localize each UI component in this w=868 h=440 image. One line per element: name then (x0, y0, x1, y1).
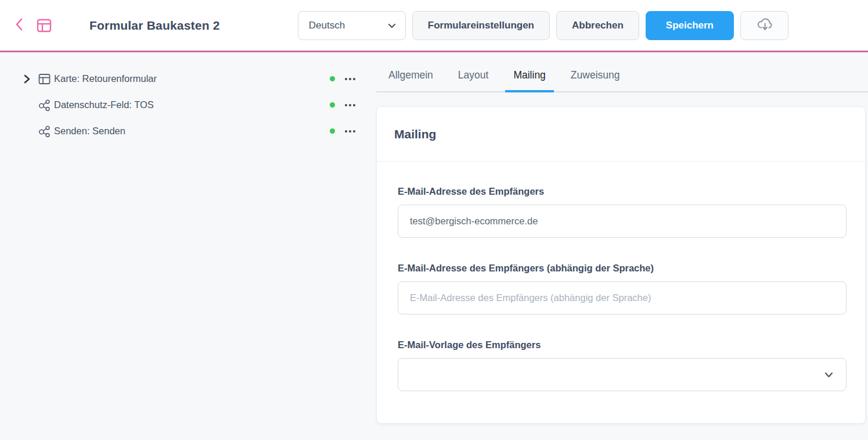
tree-item-datenschutz-feld-tos[interactable]: Datenschutz-Feld: TOS (23, 92, 355, 118)
card-body: E-Mail-Adresse des Empfängers E-Mail-Adr… (377, 162, 865, 391)
element-tree: Karte: Retourenformular Datenschutz-Feld… (23, 66, 355, 144)
tab-mailing[interactable]: Mailing (505, 60, 553, 92)
more-options-button[interactable] (345, 130, 355, 133)
settings-panel: Allgemein Layout Mailing Zuweisung Maili… (376, 52, 868, 424)
language-select-value: Deutsch (309, 20, 388, 31)
tab-zuweisung[interactable]: Zuweisung (563, 60, 628, 92)
page-title: Formular Baukasten 2 (89, 19, 220, 33)
recipient-email-language-input[interactable] (398, 281, 847, 314)
tree-item-label: Datenschutz-Feld: TOS (54, 99, 330, 110)
language-select[interactable]: Deutsch (298, 11, 406, 40)
field-recipient-email-language: E-Mail-Adresse des Empfängers (abhängig … (398, 263, 847, 314)
content: Karte: Retourenformular Datenschutz-Feld… (0, 52, 868, 440)
recipient-template-select[interactable] (398, 358, 847, 391)
field-label: E-Mail-Adresse des Empfängers (abhängig … (398, 263, 847, 274)
status-dot (330, 102, 335, 108)
chevron-left-icon (14, 17, 24, 34)
chevron-down-icon (388, 20, 396, 31)
share-nodes-icon (38, 99, 54, 112)
more-options-button[interactable] (345, 104, 355, 106)
mailing-card: Mailing E-Mail-Adresse des Empfängers E-… (376, 106, 866, 424)
field-label: E-Mail-Vorlage des Empfängers (398, 339, 847, 350)
chevron-right-icon[interactable] (23, 74, 38, 84)
more-options-button[interactable] (345, 78, 355, 80)
tree-item-label: Senden: Senden (54, 126, 330, 137)
recipient-email-input[interactable] (398, 205, 847, 238)
chevron-down-icon (824, 369, 833, 380)
header-actions: Deutsch Formulareinstellungen Abbrechen … (298, 11, 788, 40)
status-dot (330, 76, 335, 81)
field-recipient-template: E-Mail-Vorlage des Empfängers (398, 339, 847, 391)
tab-allgemein[interactable]: Allgemein (380, 60, 441, 92)
form-layout-icon (36, 17, 52, 34)
tree-item-senden-senden[interactable]: Senden: Senden (23, 118, 355, 144)
cancel-button[interactable]: Abbrechen (556, 11, 639, 40)
tab-bar: Allgemein Layout Mailing Zuweisung (376, 60, 868, 92)
app-root: Formular Baukasten 2 Deutsch Formularein… (0, 0, 868, 440)
status-dot (330, 128, 335, 134)
back-button[interactable] (14, 17, 24, 34)
download-button[interactable] (740, 11, 788, 40)
field-label: E-Mail-Adresse des Empfängers (398, 186, 847, 197)
tab-layout[interactable]: Layout (450, 60, 497, 92)
field-recipient-email: E-Mail-Adresse des Empfängers (398, 186, 847, 238)
tree-item-karte-retourenformular[interactable]: Karte: Retourenformular (23, 66, 355, 92)
form-settings-button[interactable]: Formulareinstellungen (412, 11, 550, 40)
save-button[interactable]: Speichern (646, 11, 734, 40)
cloud-download-icon (757, 16, 773, 34)
share-nodes-icon (38, 125, 54, 138)
card-title: Mailing (394, 127, 436, 141)
card-layout-icon (38, 73, 54, 85)
tree-item-label: Karte: Retourenformular (54, 73, 330, 84)
header: Formular Baukasten 2 Deutsch Formularein… (0, 0, 868, 51)
card-header: Mailing (377, 107, 865, 162)
